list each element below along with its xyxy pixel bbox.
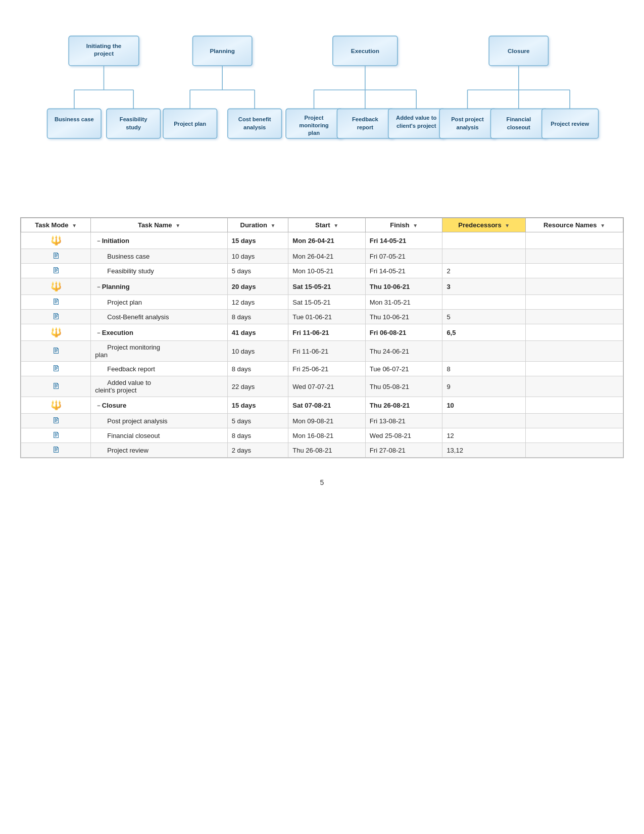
table-row: 🔱−Execution41 daysFri 11-06-21Fri 06-08-…	[21, 324, 623, 341]
manual-schedule-icon: 🖹	[52, 347, 60, 355]
predecessors-cell	[442, 249, 526, 264]
task-name-cell: Feasibility study	[91, 264, 227, 278]
task-mode-cell: 🖹	[21, 295, 91, 310]
task-mode-cell: 🖹	[21, 443, 91, 458]
resources-cell	[526, 443, 623, 458]
sort-name-icon: ▼	[175, 223, 180, 228]
svg-rect-47	[439, 109, 496, 138]
task-name-cell: −Closure	[91, 397, 227, 414]
manual-schedule-icon: 🖹	[52, 312, 60, 321]
manual-schedule-icon: 🖹	[52, 382, 60, 390]
predecessors-cell	[442, 414, 526, 428]
resources-cell	[526, 249, 623, 264]
finish-cell: Thu 10-06-21	[365, 278, 442, 295]
task-mode-cell: 🖹	[21, 341, 91, 362]
resources-cell	[526, 362, 623, 376]
task-name-label: −Planning	[95, 283, 129, 290]
start-cell: Tue 01-06-21	[288, 310, 366, 324]
task-name-cell: −Initiation	[91, 232, 227, 249]
resources-cell	[526, 278, 623, 295]
svg-text:Feasibility: Feasibility	[120, 116, 147, 122]
predecessors-cell	[442, 341, 526, 362]
duration-cell: 15 days	[227, 397, 288, 414]
predecessors-cell: 9	[442, 376, 526, 397]
svg-rect-27	[47, 109, 102, 138]
finish-cell: Thu 10-06-21	[365, 310, 442, 324]
svg-text:Project review: Project review	[551, 121, 589, 127]
task-mode-cell: 🖹	[21, 264, 91, 278]
duration-cell: 8 days	[227, 310, 288, 324]
task-name-label: Business case	[95, 253, 150, 260]
col-header-predecessors[interactable]: Predecessors ▼	[442, 218, 526, 232]
svg-text:Planning: Planning	[210, 47, 234, 54]
task-mode-cell: 🔱	[21, 232, 91, 249]
start-cell: Mon 09-08-21	[288, 414, 366, 428]
col-header-mode[interactable]: Task Mode ▼	[21, 218, 91, 232]
table-row: 🖹Added value tocleint's project22 daysWe…	[21, 376, 623, 397]
table-row: 🔱−Planning20 daysSat 15-05-21Thu 10-06-2…	[21, 278, 623, 295]
svg-text:monitoring: monitoring	[299, 122, 329, 128]
manual-schedule-icon: 🖹	[52, 266, 60, 275]
task-name-label: Financial closeout	[95, 432, 160, 439]
svg-text:Closure: Closure	[508, 47, 530, 54]
col-header-duration[interactable]: Duration ▼	[227, 218, 288, 232]
sort-mode-icon: ▼	[72, 223, 77, 228]
finish-cell: Wed 25-08-21	[365, 428, 442, 443]
svg-text:Execution: Execution	[351, 47, 379, 54]
col-header-name[interactable]: Task Name ▼	[91, 218, 227, 232]
resources-cell	[526, 324, 623, 341]
resources-cell	[526, 232, 623, 249]
start-cell: Mon 16-08-21	[288, 428, 366, 443]
task-mode-cell: 🖹	[21, 310, 91, 324]
task-name-cell: Post project analysis	[91, 414, 227, 428]
auto-schedule-icon: 🔱	[51, 327, 62, 337]
svg-text:Project: Project	[305, 115, 324, 121]
svg-text:analysis: analysis	[243, 124, 266, 130]
task-mode-cell: 🖹	[21, 362, 91, 376]
resources-cell	[526, 295, 623, 310]
col-header-finish[interactable]: Finish ▼	[365, 218, 442, 232]
svg-text:Feedback: Feedback	[352, 116, 378, 122]
task-name-label: Cost-Benefit analysis	[95, 313, 169, 321]
svg-text:Business case: Business case	[55, 116, 94, 122]
sort-dur-icon: ▼	[271, 223, 276, 228]
svg-text:closeout: closeout	[507, 124, 530, 130]
task-mode-cell: 🖹	[21, 428, 91, 443]
predecessors-cell: 8	[442, 362, 526, 376]
task-mode-cell: 🔱	[21, 397, 91, 414]
table-row: 🖹Feedback report8 daysFri 25-06-21Tue 06…	[21, 362, 623, 376]
wbs-diagram: Initiating the project Planning Executio…	[20, 15, 624, 202]
duration-cell: 12 days	[227, 295, 288, 310]
col-header-resources[interactable]: Resource Names ▼	[526, 218, 623, 232]
table-row: 🖹Feasibility study5 daysMon 10-05-21Fri …	[21, 264, 623, 278]
finish-cell: Fri 13-08-21	[365, 414, 442, 428]
duration-cell: 10 days	[227, 249, 288, 264]
task-name-label: −Initiation	[95, 237, 129, 244]
table-row: 🖹Business case10 daysMon 26-04-21Fri 07-…	[21, 249, 623, 264]
svg-text:client's project: client's project	[397, 123, 436, 129]
manual-schedule-icon: 🖹	[52, 364, 60, 373]
svg-text:Project plan: Project plan	[174, 121, 206, 127]
task-name-cell: Project plan	[91, 295, 227, 310]
svg-text:Cost benefit: Cost benefit	[238, 116, 271, 122]
task-name-cell: −Execution	[91, 324, 227, 341]
svg-text:Initiating the: Initiating the	[86, 42, 122, 49]
duration-cell: 8 days	[227, 428, 288, 443]
predecessors-cell: 12	[442, 428, 526, 443]
predecessors-cell: 13,12	[442, 443, 526, 458]
col-header-start[interactable]: Start ▼	[288, 218, 366, 232]
svg-text:Added value to: Added value to	[396, 115, 436, 121]
table-row: 🔱−Initiation15 daysMon 26-04-21Fri 14-05…	[21, 232, 623, 249]
finish-cell: Thu 24-06-21	[365, 341, 442, 362]
manual-schedule-icon: 🖹	[52, 416, 60, 425]
task-mode-cell: 🖹	[21, 376, 91, 397]
finish-cell: Fri 07-05-21	[365, 249, 442, 264]
start-cell: Mon 26-04-21	[288, 249, 366, 264]
duration-cell: 22 days	[227, 376, 288, 397]
table-row: 🖹Project plan12 daysSat 15-05-21Mon 31-0…	[21, 295, 623, 310]
sort-res-icon: ▼	[600, 223, 605, 228]
start-cell: Fri 25-06-21	[288, 362, 366, 376]
task-name-label: −Execution	[95, 329, 133, 336]
predecessors-cell: 10	[442, 397, 526, 414]
duration-cell: 8 days	[227, 362, 288, 376]
